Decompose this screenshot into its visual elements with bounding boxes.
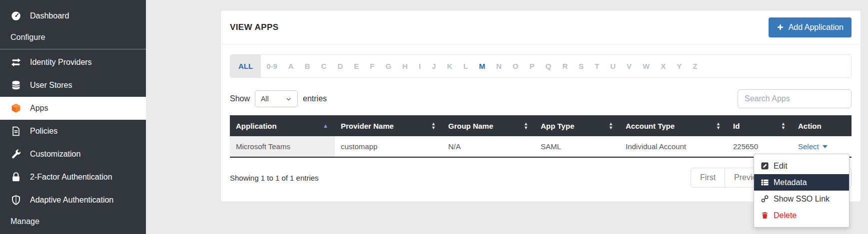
column-header-application[interactable]: Application▲ <box>230 115 335 136</box>
alphabet-filter-i[interactable]: I <box>413 55 426 77</box>
entries-label: entries <box>303 94 327 103</box>
alphabet-filter-m[interactable]: M <box>473 55 491 77</box>
alphabet-filter-n[interactable]: N <box>491 55 507 77</box>
sidebar-item-label: Adaptive Authentication <box>30 196 113 205</box>
chevron-down-icon <box>285 96 292 102</box>
show-label: Show <box>230 94 250 103</box>
cell-application: Microsoft Teams <box>230 136 335 157</box>
sidebar-item-2-factor-authentication[interactable]: 2-Factor Authentication <box>0 166 146 189</box>
table-icon <box>761 178 770 187</box>
sidebar-item-adaptive-authentication[interactable]: Adaptive Authentication <box>0 189 146 212</box>
sidebar-item-customization[interactable]: Customization <box>0 143 146 166</box>
lock-icon <box>10 171 22 183</box>
page: DashboardConfigureIdentity ProvidersUser… <box>0 0 868 234</box>
sidebar-item-label: User Stores <box>30 81 72 90</box>
alphabet-filter-p[interactable]: P <box>524 55 540 77</box>
column-header-action[interactable]: Action <box>792 115 852 136</box>
menu-item-label: Edit <box>774 162 788 171</box>
sidebar-item-label: Dashboard <box>30 11 69 20</box>
wrench-icon <box>10 148 22 160</box>
alphabet-filter-u[interactable]: U <box>605 55 621 77</box>
menu-item-delete[interactable]: Delete <box>754 207 849 224</box>
sidebar-divider <box>0 49 146 49</box>
sidebar-item-user-stores[interactable]: User Stores <box>0 74 146 97</box>
cell-group-name: N/A <box>442 136 535 157</box>
database-icon <box>10 79 22 91</box>
column-header-group-name[interactable]: Group Name▲▼ <box>442 115 535 136</box>
column-header-app-type[interactable]: App Type▲▼ <box>535 115 620 136</box>
alphabet-filter-h[interactable]: H <box>397 55 413 77</box>
alphabet-filter-e[interactable]: E <box>348 55 364 77</box>
menu-item-show-sso-link[interactable]: Show SSO Link <box>754 191 849 207</box>
sidebar-section-configure: Configure <box>0 27 146 47</box>
select-label: Select <box>798 142 819 151</box>
alphabet-filter-all[interactable]: ALL <box>230 55 261 77</box>
sidebar-item-label: Identity Providers <box>30 58 92 67</box>
alphabet-filter-w[interactable]: W <box>637 55 655 77</box>
sidebar-item-label: 2-Factor Authentication <box>30 173 112 182</box>
alphabet-filter-0-9[interactable]: 0-9 <box>261 55 283 77</box>
card-header: VIEW APPS Add Application <box>221 10 861 44</box>
sort-icon: ▲▼ <box>609 122 613 130</box>
alphabet-filter-a[interactable]: A <box>283 55 299 77</box>
sidebar-item-dashboard[interactable]: Dashboard <box>0 4 146 27</box>
add-application-label: Add Application <box>789 23 844 32</box>
sort-icon: ▲▼ <box>431 122 436 130</box>
alphabet-filter-l[interactable]: L <box>458 55 473 77</box>
column-header-id[interactable]: Id▲▼ <box>727 115 792 136</box>
alphabet-filter-k[interactable]: K <box>441 55 458 77</box>
cube-icon <box>10 102 22 114</box>
exchange-icon <box>10 56 22 68</box>
sidebar-item-identity-providers[interactable]: Identity Providers <box>0 51 146 74</box>
menu-item-edit[interactable]: Edit <box>754 158 849 174</box>
alphabet-filter-t[interactable]: T <box>589 55 605 77</box>
menu-item-label: Show SSO Link <box>774 195 830 204</box>
row-action-select[interactable]: Select <box>798 142 828 151</box>
table-info: Showing 1 to 1 of 1 entries <box>230 174 319 182</box>
pagination-first[interactable]: First <box>691 168 725 187</box>
cell-provider-name: customapp <box>335 136 442 157</box>
shield-icon <box>10 194 22 206</box>
alphabet-filter-q[interactable]: Q <box>540 55 557 77</box>
action-dropdown-menu: EditMetadataShow SSO LinkDelete <box>754 154 850 228</box>
cell-app-type: SAML <box>535 136 620 157</box>
caret-down-icon <box>823 145 828 148</box>
alphabet-filter-b[interactable]: B <box>299 55 316 77</box>
trash-icon <box>761 211 770 220</box>
search-input[interactable] <box>738 89 852 108</box>
dashboard-icon <box>10 10 22 22</box>
alphabet-filter-v[interactable]: V <box>621 55 637 77</box>
sidebar-item-policies[interactable]: Policies <box>0 120 146 143</box>
menu-item-label: Metadata <box>774 178 807 187</box>
edit-icon <box>761 162 770 171</box>
alphabet-filter-f[interactable]: F <box>364 55 380 77</box>
column-header-account-type[interactable]: Account Type▲▼ <box>620 115 727 136</box>
alphabet-filter-g[interactable]: G <box>380 55 397 77</box>
document-icon <box>10 125 22 137</box>
table-controls: Show All entries <box>230 89 852 108</box>
sort-icon: ▲▼ <box>524 122 528 130</box>
sidebar-item-label: Customization <box>30 150 80 159</box>
page-size-value: All <box>261 95 269 103</box>
link-icon <box>761 195 770 204</box>
cell-account-type: Individual Account <box>620 136 727 157</box>
sort-icon: ▲▼ <box>781 122 786 130</box>
alphabet-filter-y[interactable]: Y <box>671 55 687 77</box>
alphabet-filter-x[interactable]: X <box>655 55 671 77</box>
menu-item-metadata[interactable]: Metadata <box>754 174 849 191</box>
alphabet-filter-r[interactable]: R <box>557 55 573 77</box>
page-title: VIEW APPS <box>230 22 278 32</box>
alphabet-filter-s[interactable]: S <box>573 55 589 77</box>
page-size-select[interactable]: All <box>255 90 298 107</box>
add-application-button[interactable]: Add Application <box>769 17 852 37</box>
sidebar-section-manage: Manage <box>0 212 146 232</box>
alphabet-filter-d[interactable]: D <box>332 55 348 77</box>
alphabet-filter-o[interactable]: O <box>507 55 524 77</box>
alphabet-filter: ALL0-9ABCDEFGHIJKLMNOPQRSTUVWXYZ <box>230 54 852 78</box>
alphabet-filter-c[interactable]: C <box>316 55 332 77</box>
alphabet-filter-z[interactable]: Z <box>687 55 703 77</box>
table-header-row: Application▲Provider Name▲▼Group Name▲▼A… <box>230 115 852 136</box>
alphabet-filter-j[interactable]: J <box>426 55 441 77</box>
column-header-provider-name[interactable]: Provider Name▲▼ <box>335 115 442 136</box>
sidebar-item-apps[interactable]: Apps <box>0 97 146 120</box>
